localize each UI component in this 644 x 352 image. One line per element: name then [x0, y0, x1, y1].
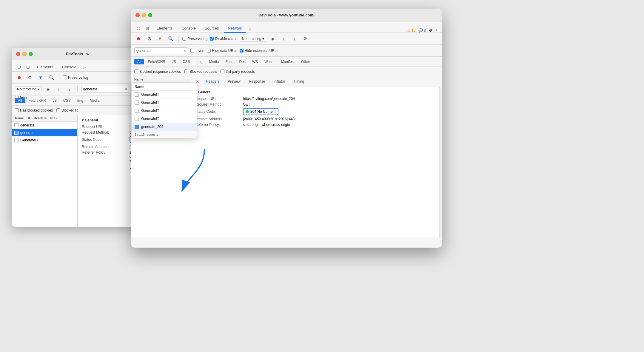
back-request-row-2[interactable]: generate... [12, 129, 77, 137]
dropdown-item-2-name: GenerateIT [141, 101, 159, 105]
back-close-panel-icon[interactable]: ✕ [27, 116, 30, 120]
front-blocked-response-cookies-checkbox[interactable] [134, 70, 138, 73]
front-record-button[interactable]: ⏺ [134, 35, 143, 43]
front-search-clear-button[interactable]: ✕ [183, 48, 187, 53]
front-tab-console[interactable]: Console [177, 24, 200, 33]
front-hide-data-urls-label[interactable]: Hide data URLs [207, 49, 237, 53]
front-hide-ext-urls-label[interactable]: Hide extension URLs [240, 49, 278, 53]
front-tab-network[interactable]: Network [224, 24, 246, 33]
back-tab-more-icon[interactable]: » [81, 64, 88, 71]
front-search-input[interactable] [134, 47, 188, 54]
front-invert-label[interactable]: Invert [190, 49, 204, 53]
front-detail-tab-headers[interactable]: Headers [202, 78, 223, 85]
back-type-js-button[interactable]: JS [50, 98, 60, 103]
back-minimize-button[interactable] [22, 52, 27, 56]
front-layers-icon[interactable]: ⊡ [143, 24, 152, 33]
back-blocked-requests-checkbox[interactable] [56, 108, 60, 112]
front-tab-sources[interactable]: Sources [201, 24, 223, 33]
front-detail-tab-response[interactable]: Response [245, 78, 269, 85]
front-type-css-button[interactable]: CSS [180, 59, 193, 64]
back-record-button[interactable]: ⏺ [15, 73, 23, 82]
back-preserve-log-label[interactable]: Preserve log [63, 75, 88, 80]
back-blocked-cookies-checkbox[interactable] [15, 108, 19, 112]
front-type-doc-button[interactable]: Doc [236, 59, 248, 64]
front-type-js-button[interactable]: JS [169, 59, 179, 64]
front-maximize-button[interactable] [148, 13, 152, 17]
back-search-input[interactable] [81, 86, 129, 92]
front-message-count: 8 [424, 28, 426, 33]
front-tab-more-icon[interactable]: » [247, 26, 253, 33]
front-type-ws-button[interactable]: WS [249, 59, 261, 64]
front-type-media-button[interactable]: Media [206, 59, 222, 64]
back-type-css-button[interactable]: CSS [60, 98, 74, 103]
front-detail-tab-timing[interactable]: Timing [290, 78, 308, 85]
front-detail-tab-preview[interactable]: Preview [224, 78, 244, 85]
front-upload-icon[interactable]: ↑ [279, 35, 288, 43]
front-blocked-response-cookies-label[interactable]: Blocked response cookies [134, 70, 181, 74]
back-clear-button[interactable]: ⊘ [26, 73, 34, 82]
front-third-party-checkbox[interactable] [221, 70, 224, 73]
front-type-manifest-button[interactable]: Manifest [278, 59, 298, 64]
back-type-fetch-button[interactable]: Fetch/XHR [25, 98, 49, 103]
dropdown-item-2[interactable]: GenerateIT [132, 99, 197, 107]
dropdown-item-3[interactable]: GenerateIT [132, 107, 197, 115]
front-filter-button[interactable]: ▼ [156, 35, 164, 43]
front-third-party-label[interactable]: 3rd-party requests [221, 70, 255, 74]
front-cursor-icon[interactable]: ⬡ [134, 24, 143, 33]
back-close-button[interactable] [16, 52, 20, 56]
front-detail-tab-initiator[interactable]: Initiator [270, 78, 289, 85]
front-more-vert-icon[interactable]: ⋮ [435, 28, 439, 33]
front-search-button[interactable]: 🔍 [167, 35, 175, 43]
back-blocked-cookies-label[interactable]: Has blocked cookies [15, 108, 53, 112]
back-tab-elements[interactable]: Elements [33, 63, 57, 72]
back-request-row-3[interactable]: GenerateIT [12, 137, 77, 144]
front-gear-icon[interactable]: ⚙ [429, 28, 432, 33]
front-disable-cache-checkbox[interactable] [210, 37, 214, 41]
back-throttling-dropdown[interactable]: No throttling ▾ [15, 86, 41, 92]
dropdown-item-4[interactable]: GenerateIT [132, 115, 197, 123]
front-close-button[interactable] [135, 13, 140, 17]
back-type-img-button[interactable]: Img [74, 98, 86, 103]
back-search-clear-button[interactable]: ✕ [124, 87, 128, 92]
front-type-img-button[interactable]: Img [194, 59, 206, 64]
front-hide-ext-urls-checkbox[interactable] [240, 49, 244, 53]
back-upload-icon[interactable]: ↑ [55, 85, 63, 93]
back-download-icon[interactable]: ↓ [65, 85, 74, 93]
dropdown-item-5[interactable]: generate_204 [132, 123, 197, 131]
front-invert-checkbox[interactable] [190, 49, 194, 53]
back-type-all-button[interactable]: All [15, 98, 25, 103]
back-wifi-icon[interactable]: ◉ [44, 85, 52, 93]
back-request-row-1[interactable]: generate... [12, 122, 77, 129]
back-preserve-log-checkbox[interactable] [63, 75, 67, 79]
front-tab-elements[interactable]: Elements [152, 24, 177, 33]
front-scrollbar-track[interactable] [439, 87, 442, 237]
front-message-badge[interactable]: 💬 8 [418, 28, 426, 33]
front-wifi-icon[interactable]: ◉ [269, 35, 277, 43]
front-disable-cache-label[interactable]: Disable cache [210, 37, 237, 41]
back-maximize-button[interactable] [29, 52, 33, 56]
front-throttling-dropdown[interactable]: No throttling ▾ [240, 36, 266, 42]
back-tab-console[interactable]: Console [58, 63, 81, 72]
dropdown-item-1[interactable]: GenerateIT [132, 91, 197, 99]
back-cursor-icon[interactable]: ⬡ [15, 63, 23, 71]
front-type-fetch-button[interactable]: Fetch/XHR [145, 59, 168, 64]
front-minimize-button[interactable] [142, 13, 146, 17]
front-hide-data-urls-checkbox[interactable] [207, 49, 211, 53]
back-blocked-requests-label[interactable]: Blocked R [56, 108, 78, 112]
front-type-wasm-button[interactable]: Wasm [261, 59, 278, 64]
back-search-button[interactable]: 🔍 [47, 73, 56, 82]
front-preserve-log-label[interactable]: Preserve log [182, 37, 207, 41]
back-filter-button[interactable]: ▼ [36, 73, 45, 82]
front-warning-badge[interactable]: ⚠ 13 [407, 28, 415, 33]
front-type-all-button[interactable]: All [134, 59, 144, 64]
front-type-other-button[interactable]: Other [298, 59, 313, 64]
front-clear-button[interactable]: ⊘ [145, 35, 153, 43]
front-type-font-button[interactable]: Font [222, 59, 235, 64]
front-preserve-log-checkbox[interactable] [182, 37, 186, 41]
front-download-icon[interactable]: ↓ [290, 35, 298, 43]
front-blocked-requests-checkbox[interactable] [184, 70, 188, 73]
front-blocked-requests-label[interactable]: Blocked requests [184, 70, 217, 74]
back-layers-icon[interactable]: ⊡ [24, 63, 32, 71]
back-type-media-button[interactable]: Media [87, 98, 103, 103]
front-settings-icon[interactable]: ⚙ [301, 35, 309, 43]
